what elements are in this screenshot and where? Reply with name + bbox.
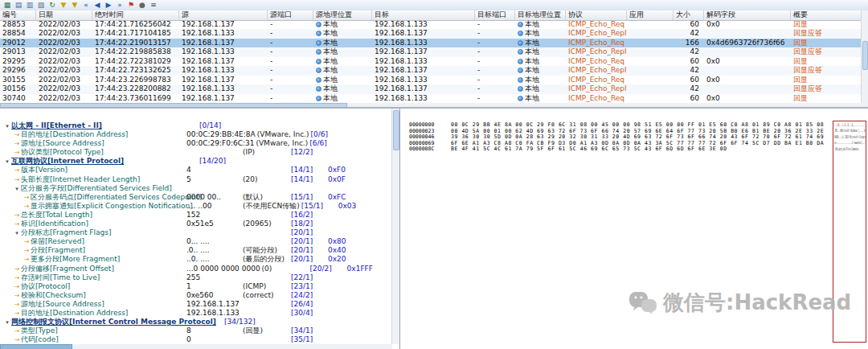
tree-row[interactable]: ▾互联网协议[Internet Protocol][14/20] bbox=[0, 157, 391, 166]
column-header-dst_port[interactable]: 目标端口 bbox=[475, 10, 515, 20]
decode-tree-vscrollbar[interactable] bbox=[391, 109, 399, 344]
bookmark-icon[interactable]: ⚑ bbox=[126, 1, 136, 10]
tree-row[interactable]: →分段[Fragment].0.. ....(可能分段)[20/1]0x40 bbox=[0, 246, 391, 255]
print-icon[interactable]: ▧ bbox=[36, 1, 46, 10]
column-header-time[interactable]: 绝对时间 bbox=[92, 10, 179, 20]
tree-row[interactable]: →类型[Type]8(回显)[34/1] bbox=[0, 326, 391, 335]
table-row[interactable]: 288542022/02/0317:44:21.717104185192.168… bbox=[0, 29, 862, 38]
table-row[interactable]: 292952022/02/0317:44:22.722381029192.168… bbox=[0, 57, 862, 66]
tree-row[interactable]: →源地址[Source Address]192.168.1.137[26/4] bbox=[0, 300, 391, 309]
column-header-decoded[interactable]: 解码字段 bbox=[704, 10, 791, 20]
copy-icon[interactable]: ▥ bbox=[25, 1, 35, 10]
refresh-icon[interactable]: ↻ bbox=[47, 1, 57, 10]
vscrollbar-thumb[interactable] bbox=[862, 41, 868, 70]
tree-node-label: 存活时间[Time to Live] bbox=[21, 273, 100, 281]
column-header-no[interactable]: 编号 bbox=[0, 10, 36, 20]
tree-node-offset: [20/1] bbox=[291, 255, 328, 264]
tree-node-offset: [15/1] bbox=[301, 202, 338, 211]
field-arrow-icon: → bbox=[13, 291, 21, 300]
tree-row[interactable]: →版本[Version]4[14/1]0xF0 bbox=[0, 166, 391, 174]
tree-row[interactable]: →目的地址[Destination Address]192.168.1.133[… bbox=[0, 309, 391, 318]
cell-date: 2022/02/03 bbox=[36, 66, 92, 75]
column-header-dst_geo[interactable]: 目标地理位置 bbox=[515, 10, 566, 20]
find-icon[interactable]: ● bbox=[137, 1, 147, 10]
cell-decoded bbox=[704, 29, 791, 38]
tree-node-mask: 0x80 bbox=[328, 237, 346, 246]
tree-row[interactable]: →协议类型[Protocol Type](IP)[12/2] bbox=[0, 148, 391, 157]
column-header-size[interactable]: 大小 bbox=[674, 10, 704, 20]
tree-node-columns: 8(回显)[34/1] bbox=[186, 326, 328, 335]
next-packet-icon[interactable]: ▶ bbox=[104, 1, 113, 10]
tree-node-offset: [24/2] bbox=[291, 291, 328, 300]
tree-row[interactable]: →代码[code]0[35/1] bbox=[0, 335, 391, 344]
column-header-summary[interactable]: 概要 bbox=[791, 10, 862, 20]
tree-node-offset: [18/2] bbox=[291, 220, 328, 228]
tree-row[interactable]: →显示拥塞通知[Explicit Congestion Notification… bbox=[0, 202, 391, 211]
tree-row[interactable]: →保留[Reserved]0... ....[20/1]0x80 bbox=[0, 237, 391, 246]
column-header-date[interactable]: 日期 bbox=[36, 10, 92, 20]
column-header-src_geo[interactable]: 源地理位置 bbox=[313, 10, 372, 20]
prev-packet-icon[interactable]: ◀ bbox=[92, 1, 102, 10]
tree-node-label: 目的地址[Destination Address] bbox=[21, 309, 128, 317]
cell-summary: 回显应答 bbox=[791, 47, 862, 56]
tree-row[interactable]: ▾以太网 - II[Ethernet - II][0/14] bbox=[0, 121, 391, 130]
tree-row[interactable]: →总长度[Total Length]152[16/2] bbox=[0, 211, 391, 220]
tree-row[interactable]: →源地址[Source Address]00:0C:29:F0:6C:31(VM… bbox=[0, 139, 391, 148]
table-row[interactable]: 301552022/02/0317:44:23.226998783192.168… bbox=[0, 76, 862, 84]
ascii-pane[interactable]: ..).N...).l1..E...Q......`..........MZ..… bbox=[833, 121, 866, 343]
hscrollbar-thumb[interactable] bbox=[0, 344, 72, 349]
cell-src: 192.168.1.133 bbox=[179, 66, 268, 75]
cell-src: 192.168.1.137 bbox=[179, 20, 268, 29]
column-header-src_port[interactable]: 源端口 bbox=[268, 10, 313, 20]
first-packet-icon[interactable]: « bbox=[81, 1, 91, 10]
tree-node-columns: .... ..00(不使用ECN传输)[15/1]0x03 bbox=[186, 202, 356, 211]
table-row[interactable]: 290122022/02/0317:44:22.219013157192.168… bbox=[0, 39, 862, 47]
tree-row[interactable]: ▾区分服务字段[Differentiated Services Field] bbox=[0, 184, 391, 193]
export-icon[interactable]: ▤ bbox=[14, 1, 23, 10]
tree-node-offset: [23/1] bbox=[291, 282, 328, 291]
column-header-app[interactable]: 应用 bbox=[627, 10, 674, 20]
hex-bytes: BE 4F 41 5C 4C 61 7A 79 5F 6F 61 5C 46 6… bbox=[451, 146, 727, 152]
column-header-dst[interactable]: 目标 bbox=[372, 10, 475, 20]
table-row[interactable]: 292962022/02/0317:44:22.723132625192.168… bbox=[0, 66, 862, 75]
tree-row[interactable]: →校验和[Checksum]0xe560(correct)[24/2] bbox=[0, 291, 391, 300]
hex-row[interactable]: 0000008CBE 4F 41 5C 4C 61 7A 79 5F 6F 61… bbox=[409, 146, 828, 153]
tree-row[interactable]: →协议[Protocol]1(ICMP)[23/1] bbox=[0, 282, 391, 291]
vscrollbar-thumb[interactable] bbox=[393, 110, 399, 150]
ascii-line: .OA\Lazy_oa\Files\Common>. bbox=[834, 146, 866, 152]
packet-table-vscrollbar[interactable] bbox=[861, 10, 868, 107]
geo-label: 本地 bbox=[525, 94, 539, 102]
cell-date: 2022/02/03 bbox=[36, 57, 92, 66]
tree-row[interactable]: →分段偏移[Fragment Offset]...0 0000 0000 000… bbox=[0, 265, 391, 273]
tree-node-label: 网络控制报文协议[Internet Control Message Protoc… bbox=[11, 318, 216, 326]
table-row[interactable]: 307402022/02/0317:44:23.736011699192.168… bbox=[0, 94, 862, 103]
table-row[interactable]: 288532022/02/0317:44:21.716256042192.168… bbox=[0, 20, 862, 29]
column-header-protocol[interactable]: 协议 bbox=[566, 10, 627, 20]
globe-icon bbox=[316, 59, 321, 64]
tree-node-value bbox=[186, 148, 243, 157]
tree-node-value bbox=[186, 228, 243, 237]
tree-row[interactable]: ▾分段标志[Fragment Flags][20/1] bbox=[0, 228, 391, 237]
tree-row[interactable]: →存活时间[Time to Live]255[22/1] bbox=[0, 273, 391, 282]
tree-node-mask: 0x40 bbox=[328, 246, 346, 255]
column-header-src[interactable]: 源 bbox=[179, 10, 268, 20]
tree-node-columns: 0... ....[20/1]0x80 bbox=[186, 237, 346, 246]
tree-row[interactable]: →头部长度[Internet Header Length]5(20)[14/1]… bbox=[0, 175, 391, 184]
tree-row[interactable]: →标识[Identification]0x51e5(20965)[18/2] bbox=[0, 220, 391, 228]
tree-row[interactable]: →目的地址[Destination Address]00:0C:29:BB:4E… bbox=[0, 130, 391, 139]
cell-src: 192.168.1.137 bbox=[179, 39, 268, 47]
table-row[interactable]: 290132022/02/0317:44:22.219885838192.168… bbox=[0, 47, 862, 56]
last-packet-icon[interactable]: » bbox=[115, 1, 125, 10]
cell-src: 192.168.1.133 bbox=[179, 47, 268, 56]
packet-list-icon[interactable]: ▦ bbox=[2, 1, 12, 10]
tree-row[interactable]: →区分服务码点[Differentiated Services Codepoin… bbox=[0, 193, 391, 202]
decode-tree-hscrollbar[interactable] bbox=[0, 344, 392, 349]
filter-icon[interactable]: ▼ bbox=[59, 1, 68, 10]
tree-node-value: 152 bbox=[186, 211, 243, 220]
tree-row[interactable]: →更多分段[More Fragment]..0. ....(最后的分段)[20/… bbox=[0, 255, 391, 264]
table-row[interactable]: 301562022/02/0317:44:23.228200882192.168… bbox=[0, 84, 862, 93]
tree-node-offset: [0/6] bbox=[310, 130, 347, 139]
filter-add-icon[interactable]: ▼ bbox=[70, 1, 80, 10]
options-icon[interactable]: ≡ bbox=[149, 1, 158, 10]
tree-row[interactable]: ▾网络控制报文协议[Internet Control Message Proto… bbox=[0, 318, 391, 326]
